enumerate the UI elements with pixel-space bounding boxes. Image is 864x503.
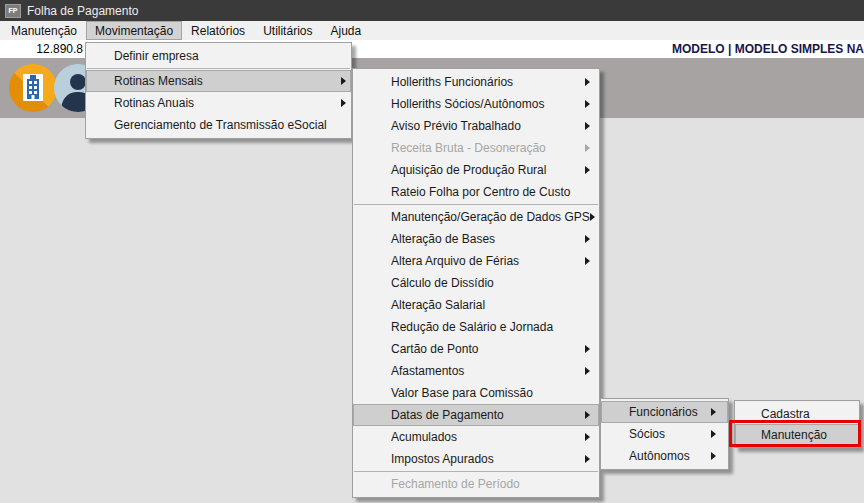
menu-item-cartao-de-ponto[interactable]: Cartão de Ponto xyxy=(353,338,599,360)
menu-item-valor-base-comissao[interactable]: Valor Base para Comissão xyxy=(353,382,599,404)
menu-item-acumulados[interactable]: Acumulados xyxy=(353,426,599,448)
datas-de-pagamento-menu: Funcionários Sócios Autônomos xyxy=(600,398,729,470)
submenu-arrow-icon xyxy=(341,77,346,85)
menu-item-label: Valor Base para Comissão xyxy=(353,386,599,400)
submenu-arrow-icon xyxy=(585,235,590,243)
menu-item-label: Holleriths Funcionários xyxy=(353,75,585,89)
menu-item-label: Cálculo de Dissídio xyxy=(353,276,599,290)
menu-item-manutencao[interactable]: Manutenção xyxy=(735,424,859,445)
window-title: Folha de Pagamento xyxy=(27,4,138,18)
building-glyph xyxy=(9,64,57,112)
company-number: 12.890.8 xyxy=(0,40,84,58)
menu-item-label: Cartão de Ponto xyxy=(353,342,585,356)
menu-item-fechamento-periodo[interactable]: Fechamento de Período xyxy=(353,473,599,495)
submenu-arrow-icon xyxy=(585,455,590,463)
menu-item-label: Definir empresa xyxy=(86,49,351,63)
menu-item-receita-bruta[interactable]: Receita Bruta - Desoneração xyxy=(353,137,599,159)
menu-item-rotinas-anuais[interactable]: Rotinas Anuais xyxy=(86,92,351,114)
menubar: Manutenção Movimentação Relatórios Utili… xyxy=(0,21,864,40)
submenu-arrow-icon xyxy=(585,411,590,419)
menu-item-funcionarios[interactable]: Funcionários xyxy=(601,401,728,423)
menu-item-afastamentos[interactable]: Afastamentos xyxy=(353,360,599,382)
company-building-icon[interactable] xyxy=(9,64,57,112)
menubar-item-ajuda[interactable]: Ajuda xyxy=(321,21,370,40)
menu-item-label: Fechamento de Período xyxy=(353,477,599,491)
menu-item-holleriths-funcionarios[interactable]: Holleriths Funcionários xyxy=(353,71,599,93)
menu-item-label: Aviso Prévio Trabalhado xyxy=(353,119,585,133)
submenu-arrow-icon xyxy=(711,430,716,438)
menubar-item-relatorios[interactable]: Relatórios xyxy=(182,21,254,40)
menu-item-definir-empresa[interactable]: Definir empresa xyxy=(86,45,351,67)
rotinas-mensais-menu: Holleriths Funcionários Holleriths Sócio… xyxy=(352,68,600,498)
app-icon: FP xyxy=(5,4,21,18)
submenu-arrow-icon xyxy=(585,257,590,265)
submenu-arrow-icon xyxy=(711,408,716,416)
menu-item-aviso-previo[interactable]: Aviso Prévio Trabalhado xyxy=(353,115,599,137)
menu-item-label: Cadastra xyxy=(735,407,859,421)
menu-item-socios[interactable]: Sócios xyxy=(601,423,728,445)
menu-item-label: Funcionários xyxy=(601,405,711,419)
menu-item-reducao-salario[interactable]: Redução de Salário e Jornada xyxy=(353,316,599,338)
submenu-arrow-icon xyxy=(585,345,590,353)
menubar-item-movimentacao[interactable]: Movimentação xyxy=(86,21,182,40)
menu-item-label: Alteração de Bases xyxy=(353,232,585,246)
menubar-item-manutencao[interactable]: Manutenção xyxy=(2,21,86,40)
submenu-arrow-icon xyxy=(585,122,590,130)
menu-item-label: Gerenciamento de Transmissão eSocial xyxy=(86,118,351,132)
menubar-item-utilitarios[interactable]: Utilitários xyxy=(254,21,321,40)
submenu-arrow-icon xyxy=(341,99,346,107)
menu-item-label: Datas de Pagamento xyxy=(353,408,585,422)
menu-item-label: Autônomos xyxy=(601,449,711,463)
submenu-arrow-icon xyxy=(585,367,590,375)
menu-item-label: Acumulados xyxy=(353,430,585,444)
titlebar: FP Folha de Pagamento xyxy=(0,0,864,21)
submenu-arrow-icon xyxy=(585,100,590,108)
menu-item-label: Afastamentos xyxy=(353,364,585,378)
menu-item-label: Redução de Salário e Jornada xyxy=(353,320,599,334)
menu-item-datas-de-pagamento[interactable]: Datas de Pagamento xyxy=(353,404,599,426)
menu-item-label: Rotinas Anuais xyxy=(86,96,341,110)
menu-item-cadastra[interactable]: Cadastra xyxy=(735,403,859,424)
company-name: MODELO | MODELO SIMPLES NA xyxy=(672,40,864,58)
menu-item-rotinas-mensais[interactable]: Rotinas Mensais xyxy=(86,70,351,92)
menu-item-label: Manutenção/Geração de Dados GPS xyxy=(353,210,590,224)
menu-item-impostos-apurados[interactable]: Impostos Apurados xyxy=(353,448,599,470)
menu-item-rateio-folha[interactable]: Rateio Folha por Centro de Custo xyxy=(353,181,599,203)
menu-separator xyxy=(354,471,598,472)
menu-item-calculo-dissidio[interactable]: Cálculo de Dissídio xyxy=(353,272,599,294)
menu-item-label: Sócios xyxy=(601,427,711,441)
submenu-arrow-icon xyxy=(711,452,716,460)
menu-separator xyxy=(87,68,350,69)
menu-separator xyxy=(354,204,598,205)
menu-item-dados-gps[interactable]: Manutenção/Geração de Dados GPS xyxy=(353,206,599,228)
menu-item-holleriths-socios[interactable]: Holleriths Sócios/Autônomos xyxy=(353,93,599,115)
menu-item-label: Impostos Apurados xyxy=(353,452,585,466)
menu-item-label: Rotinas Mensais xyxy=(86,74,341,88)
funcionarios-menu: Cadastra Manutenção xyxy=(734,400,860,448)
menu-item-altera-arquivo-ferias[interactable]: Altera Arquivo de Férias xyxy=(353,250,599,272)
menu-item-label: Alteração Salarial xyxy=(353,298,599,312)
menu-item-label: Holleriths Sócios/Autônomos xyxy=(353,97,585,111)
submenu-arrow-icon xyxy=(590,213,595,221)
menu-item-alteracao-de-bases[interactable]: Alteração de Bases xyxy=(353,228,599,250)
menu-item-gerenciamento-esocial[interactable]: Gerenciamento de Transmissão eSocial xyxy=(86,114,351,136)
menu-item-aquisicao-producao-rural[interactable]: Aquisição de Produção Rural xyxy=(353,159,599,181)
submenu-arrow-icon xyxy=(585,78,590,86)
menu-item-autonomos[interactable]: Autônomos xyxy=(601,445,728,467)
menu-item-label: Rateio Folha por Centro de Custo xyxy=(353,185,599,199)
menu-item-label: Receita Bruta - Desoneração xyxy=(353,141,585,155)
menu-item-alteracao-salarial[interactable]: Alteração Salarial xyxy=(353,294,599,316)
movimentacao-menu: Definir empresa Rotinas Mensais Rotinas … xyxy=(85,42,352,139)
menu-item-label: Altera Arquivo de Férias xyxy=(353,254,585,268)
submenu-arrow-icon xyxy=(585,144,590,152)
submenu-arrow-icon xyxy=(585,166,590,174)
menu-item-label: Manutenção xyxy=(735,428,859,442)
menu-item-label: Aquisição de Produção Rural xyxy=(353,163,585,177)
submenu-arrow-icon xyxy=(585,433,590,441)
